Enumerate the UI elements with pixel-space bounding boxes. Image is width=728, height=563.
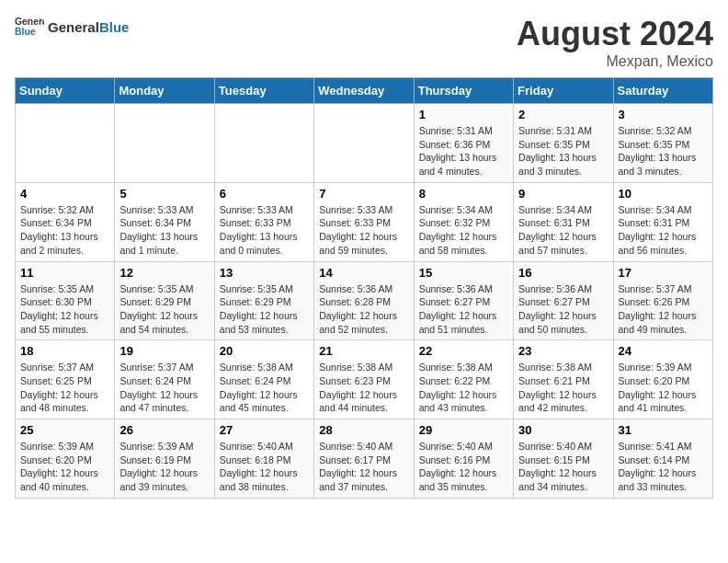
- calendar-cell: 31Sunrise: 5:41 AM Sunset: 6:14 PM Dayli…: [613, 419, 712, 499]
- day-number: 17: [619, 266, 708, 280]
- calendar-cell: 7Sunrise: 5:33 AM Sunset: 6:33 PM Daylig…: [314, 182, 414, 261]
- day-number: 22: [419, 344, 508, 358]
- logo-blue: Blue: [99, 19, 130, 35]
- calendar-header-row: SundayMondayTuesdayWednesdayThursdayFrid…: [16, 78, 713, 104]
- day-number: 30: [518, 423, 608, 437]
- calendar-cell: 1Sunrise: 5:31 AM Sunset: 6:36 PM Daylig…: [414, 104, 513, 183]
- weekday-header-saturday: Saturday: [613, 78, 712, 104]
- calendar-cell: 12Sunrise: 5:35 AM Sunset: 6:29 PM Dayli…: [115, 261, 214, 340]
- calendar-cell: 25Sunrise: 5:39 AM Sunset: 6:20 PM Dayli…: [16, 419, 115, 499]
- calendar-cell: 8Sunrise: 5:34 AM Sunset: 6:32 PM Daylig…: [414, 182, 513, 261]
- day-info: Sunrise: 5:34 AM Sunset: 6:32 PM Dayligh…: [419, 203, 508, 258]
- day-info: Sunrise: 5:37 AM Sunset: 6:26 PM Dayligh…: [619, 282, 708, 337]
- calendar-cell: 15Sunrise: 5:36 AM Sunset: 6:27 PM Dayli…: [414, 261, 513, 340]
- day-info: Sunrise: 5:35 AM Sunset: 6:30 PM Dayligh…: [20, 282, 109, 337]
- day-info: Sunrise: 5:39 AM Sunset: 6:19 PM Dayligh…: [119, 440, 209, 494]
- calendar-cell: 26Sunrise: 5:39 AM Sunset: 6:19 PM Dayli…: [115, 419, 214, 499]
- day-number: 13: [220, 266, 309, 280]
- calendar-cell: 21Sunrise: 5:38 AM Sunset: 6:23 PM Dayli…: [314, 340, 414, 419]
- day-number: 8: [419, 187, 508, 201]
- day-info: Sunrise: 5:41 AM Sunset: 6:14 PM Dayligh…: [619, 440, 708, 494]
- day-number: 3: [619, 108, 708, 121]
- calendar-week-row: 25Sunrise: 5:39 AM Sunset: 6:20 PM Dayli…: [16, 419, 713, 499]
- calendar-week-row: 11Sunrise: 5:35 AM Sunset: 6:30 PM Dayli…: [16, 261, 713, 340]
- calendar-cell: 6Sunrise: 5:33 AM Sunset: 6:33 PM Daylig…: [214, 182, 313, 261]
- day-info: Sunrise: 5:39 AM Sunset: 6:20 PM Dayligh…: [619, 361, 708, 415]
- day-info: Sunrise: 5:40 AM Sunset: 6:15 PM Dayligh…: [518, 440, 608, 494]
- day-info: Sunrise: 5:31 AM Sunset: 6:35 PM Dayligh…: [518, 124, 608, 178]
- day-info: Sunrise: 5:35 AM Sunset: 6:29 PM Dayligh…: [119, 282, 209, 337]
- day-number: 14: [319, 266, 408, 280]
- day-number: 23: [518, 344, 608, 358]
- day-info: Sunrise: 5:34 AM Sunset: 6:31 PM Dayligh…: [619, 203, 708, 258]
- calendar-cell: 10Sunrise: 5:34 AM Sunset: 6:31 PM Dayli…: [613, 182, 712, 261]
- day-number: 6: [220, 187, 309, 201]
- day-info: Sunrise: 5:40 AM Sunset: 6:16 PM Dayligh…: [419, 440, 508, 494]
- day-info: Sunrise: 5:37 AM Sunset: 6:24 PM Dayligh…: [119, 361, 209, 415]
- weekday-header-wednesday: Wednesday: [314, 78, 414, 104]
- day-number: 31: [619, 423, 708, 437]
- title-area: August 2024 Mexpan, Mexico: [517, 15, 713, 70]
- day-info: Sunrise: 5:36 AM Sunset: 6:27 PM Dayligh…: [518, 282, 608, 337]
- day-info: Sunrise: 5:38 AM Sunset: 6:23 PM Dayligh…: [319, 361, 408, 415]
- day-number: 11: [20, 266, 109, 280]
- calendar-cell: 23Sunrise: 5:38 AM Sunset: 6:21 PM Dayli…: [514, 340, 613, 419]
- calendar-week-row: 4Sunrise: 5:32 AM Sunset: 6:34 PM Daylig…: [16, 182, 713, 261]
- calendar-cell: 13Sunrise: 5:35 AM Sunset: 6:29 PM Dayli…: [214, 261, 313, 340]
- day-info: Sunrise: 5:37 AM Sunset: 6:25 PM Dayligh…: [20, 361, 109, 415]
- day-info: Sunrise: 5:40 AM Sunset: 6:17 PM Dayligh…: [319, 440, 408, 494]
- day-number: 4: [20, 187, 109, 201]
- day-number: 18: [20, 344, 109, 358]
- day-info: Sunrise: 5:32 AM Sunset: 6:35 PM Dayligh…: [619, 124, 708, 178]
- day-number: 7: [319, 187, 408, 201]
- calendar-week-row: 18Sunrise: 5:37 AM Sunset: 6:25 PM Dayli…: [16, 340, 713, 419]
- day-number: 26: [119, 423, 209, 437]
- day-number: 24: [619, 344, 708, 358]
- day-number: 5: [119, 187, 209, 201]
- day-number: 9: [518, 187, 608, 201]
- calendar-body: 1Sunrise: 5:31 AM Sunset: 6:36 PM Daylig…: [16, 104, 713, 499]
- svg-text:Blue: Blue: [15, 27, 36, 37]
- day-info: Sunrise: 5:33 AM Sunset: 6:33 PM Dayligh…: [220, 203, 309, 258]
- day-number: 15: [419, 266, 508, 280]
- calendar-cell: [115, 104, 214, 183]
- day-info: Sunrise: 5:36 AM Sunset: 6:27 PM Dayligh…: [419, 282, 508, 337]
- calendar-cell: [214, 104, 313, 183]
- day-number: 29: [419, 423, 508, 437]
- calendar-cell: 22Sunrise: 5:38 AM Sunset: 6:22 PM Dayli…: [414, 340, 513, 419]
- logo-icon: General Blue: [15, 15, 44, 40]
- day-info: Sunrise: 5:40 AM Sunset: 6:18 PM Dayligh…: [220, 440, 309, 494]
- calendar-cell: [16, 104, 115, 183]
- calendar-cell: 5Sunrise: 5:33 AM Sunset: 6:34 PM Daylig…: [115, 182, 214, 261]
- calendar-cell: 3Sunrise: 5:32 AM Sunset: 6:35 PM Daylig…: [613, 104, 712, 183]
- weekday-header-thursday: Thursday: [414, 78, 513, 104]
- calendar-cell: 29Sunrise: 5:40 AM Sunset: 6:16 PM Dayli…: [414, 419, 513, 499]
- weekday-header-friday: Friday: [514, 78, 613, 104]
- day-info: Sunrise: 5:36 AM Sunset: 6:28 PM Dayligh…: [319, 282, 408, 337]
- calendar-cell: 9Sunrise: 5:34 AM Sunset: 6:31 PM Daylig…: [514, 182, 613, 261]
- weekday-header-tuesday: Tuesday: [214, 78, 313, 104]
- calendar-cell: 17Sunrise: 5:37 AM Sunset: 6:26 PM Dayli…: [613, 261, 712, 340]
- day-number: 19: [119, 344, 209, 358]
- calendar-week-row: 1Sunrise: 5:31 AM Sunset: 6:36 PM Daylig…: [16, 104, 713, 183]
- month-year: August 2024: [517, 15, 713, 53]
- calendar-cell: 16Sunrise: 5:36 AM Sunset: 6:27 PM Dayli…: [514, 261, 613, 340]
- weekday-header-sunday: Sunday: [16, 78, 115, 104]
- day-number: 25: [20, 423, 109, 437]
- location: Mexpan, Mexico: [517, 53, 713, 70]
- day-number: 28: [319, 423, 408, 437]
- calendar-cell: 14Sunrise: 5:36 AM Sunset: 6:28 PM Dayli…: [314, 261, 414, 340]
- calendar-cell: 11Sunrise: 5:35 AM Sunset: 6:30 PM Dayli…: [16, 261, 115, 340]
- calendar-cell: 27Sunrise: 5:40 AM Sunset: 6:18 PM Dayli…: [214, 419, 313, 499]
- calendar-cell: 24Sunrise: 5:39 AM Sunset: 6:20 PM Dayli…: [613, 340, 712, 419]
- calendar-cell: 19Sunrise: 5:37 AM Sunset: 6:24 PM Dayli…: [115, 340, 214, 419]
- day-info: Sunrise: 5:33 AM Sunset: 6:34 PM Dayligh…: [119, 203, 209, 258]
- day-info: Sunrise: 5:38 AM Sunset: 6:21 PM Dayligh…: [518, 361, 608, 415]
- day-info: Sunrise: 5:35 AM Sunset: 6:29 PM Dayligh…: [220, 282, 309, 337]
- day-number: 2: [518, 108, 608, 121]
- logo-general: General: [48, 19, 99, 35]
- day-info: Sunrise: 5:38 AM Sunset: 6:24 PM Dayligh…: [220, 361, 309, 415]
- logo: General Blue GeneralBlue: [15, 15, 129, 40]
- calendar-table: SundayMondayTuesdayWednesdayThursdayFrid…: [15, 77, 713, 499]
- day-number: 1: [419, 108, 508, 121]
